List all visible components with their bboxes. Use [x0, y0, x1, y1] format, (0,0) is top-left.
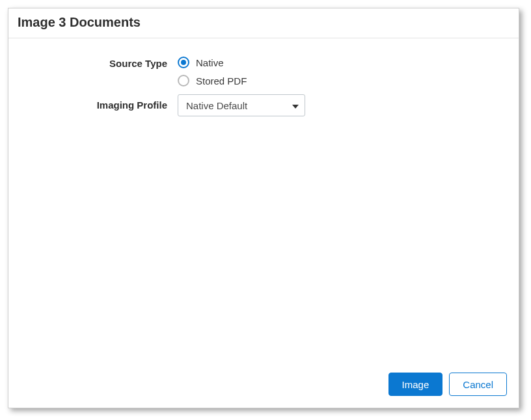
imaging-profile-row: Imaging Profile Native Default — [21, 94, 506, 116]
source-type-row: Source Type Native Stored PDF — [21, 57, 506, 86]
dialog-footer: Image Cancel — [8, 363, 519, 408]
imaging-profile-control: Native Default — [178, 94, 506, 116]
dialog-title: Image 3 Documents — [18, 15, 510, 30]
imaging-profile-label: Imaging Profile — [21, 94, 178, 111]
dialog-header: Image 3 Documents — [8, 8, 519, 38]
imaging-profile-selected-value: Native Default — [186, 100, 247, 111]
source-type-control: Native Stored PDF — [178, 57, 506, 86]
imaging-profile-select[interactable]: Native Default — [178, 94, 305, 116]
dialog-body: Source Type Native Stored PDF — [8, 38, 519, 363]
radio-native-label: Native — [196, 57, 224, 68]
radio-native[interactable]: Native — [178, 57, 506, 68]
source-type-radio-group: Native Stored PDF — [178, 57, 506, 86]
source-type-label: Source Type — [21, 57, 178, 69]
radio-checked-icon — [178, 57, 189, 68]
cancel-button[interactable]: Cancel — [449, 373, 507, 396]
image-button[interactable]: Image — [388, 373, 443, 396]
radio-stored-pdf-label: Stored PDF — [196, 75, 247, 86]
radio-stored-pdf[interactable]: Stored PDF — [178, 75, 506, 86]
image-documents-dialog: Image 3 Documents Source Type Native Sto… — [8, 8, 519, 408]
radio-unchecked-icon — [178, 75, 189, 86]
imaging-profile-select-wrap: Native Default — [178, 94, 305, 116]
